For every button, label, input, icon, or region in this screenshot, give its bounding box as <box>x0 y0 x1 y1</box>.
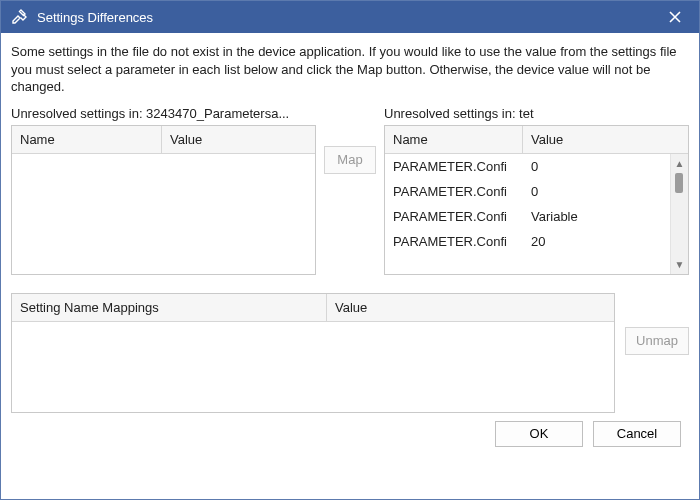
scroll-down-icon[interactable]: ▼ <box>675 259 685 270</box>
mapping-table-header: Setting Name Mappings Value <box>12 294 614 322</box>
dialog-footer: OK Cancel <box>11 413 689 447</box>
ok-button[interactable]: OK <box>495 421 583 447</box>
close-icon <box>669 11 681 23</box>
mapping-col-name[interactable]: Setting Name Mappings <box>12 294 327 321</box>
left-table-header: Name Value <box>12 126 315 154</box>
titlebar: Settings Differences <box>1 1 699 33</box>
unmap-button[interactable]: Unmap <box>625 327 689 355</box>
table-row[interactable]: PARAMETER.Confi Variable <box>385 204 670 229</box>
right-col-name[interactable]: Name <box>385 126 523 153</box>
right-panel: Unresolved settings in: tet Name Value P… <box>384 106 689 275</box>
tools-icon <box>9 7 29 27</box>
scroll-up-icon[interactable]: ▲ <box>675 158 685 169</box>
table-row[interactable]: PARAMETER.Confi 20 <box>385 229 670 254</box>
right-scrollbar[interactable]: ▲ ▼ <box>670 154 688 274</box>
mapping-table-body[interactable] <box>12 322 614 412</box>
left-panel-label: Unresolved settings in: 3243470_Paramete… <box>11 106 316 121</box>
left-table-body[interactable] <box>12 154 315 274</box>
cell-value: 20 <box>523 229 670 254</box>
left-table[interactable]: Name Value <box>11 125 316 275</box>
left-panel: Unresolved settings in: 3243470_Paramete… <box>11 106 316 275</box>
cell-name: PARAMETER.Confi <box>385 229 523 254</box>
map-button[interactable]: Map <box>324 146 376 174</box>
right-table-header: Name Value <box>385 126 688 154</box>
mapping-section: Setting Name Mappings Value Unmap <box>11 293 689 413</box>
window-title: Settings Differences <box>37 10 659 25</box>
unmap-column: Unmap <box>625 293 689 355</box>
dialog-body: Some settings in the file do not exist i… <box>1 33 699 499</box>
cell-value: 0 <box>523 154 670 179</box>
map-column: Map <box>324 106 376 174</box>
cell-value: 0 <box>523 179 670 204</box>
right-panel-label: Unresolved settings in: tet <box>384 106 689 121</box>
right-col-value[interactable]: Value <box>523 126 688 153</box>
settings-differences-dialog: Settings Differences Some settings in th… <box>0 0 700 500</box>
left-col-name[interactable]: Name <box>12 126 162 153</box>
cell-name: PARAMETER.Confi <box>385 204 523 229</box>
mapping-col-value[interactable]: Value <box>327 294 614 321</box>
table-row[interactable]: PARAMETER.Confi 0 <box>385 179 670 204</box>
cell-name: PARAMETER.Confi <box>385 154 523 179</box>
right-table[interactable]: Name Value PARAMETER.Confi 0 PARAMETER.C… <box>384 125 689 275</box>
unresolved-panels: Unresolved settings in: 3243470_Paramete… <box>11 106 689 275</box>
mapping-table[interactable]: Setting Name Mappings Value <box>11 293 615 413</box>
close-button[interactable] <box>659 1 691 33</box>
right-table-body[interactable]: PARAMETER.Confi 0 PARAMETER.Confi 0 PARA… <box>385 154 670 274</box>
cancel-button[interactable]: Cancel <box>593 421 681 447</box>
cell-value: Variable <box>523 204 670 229</box>
scroll-thumb[interactable] <box>675 173 683 193</box>
cell-name: PARAMETER.Confi <box>385 179 523 204</box>
left-col-value[interactable]: Value <box>162 126 315 153</box>
instruction-text: Some settings in the file do not exist i… <box>11 43 689 96</box>
table-row[interactable]: PARAMETER.Confi 0 <box>385 154 670 179</box>
